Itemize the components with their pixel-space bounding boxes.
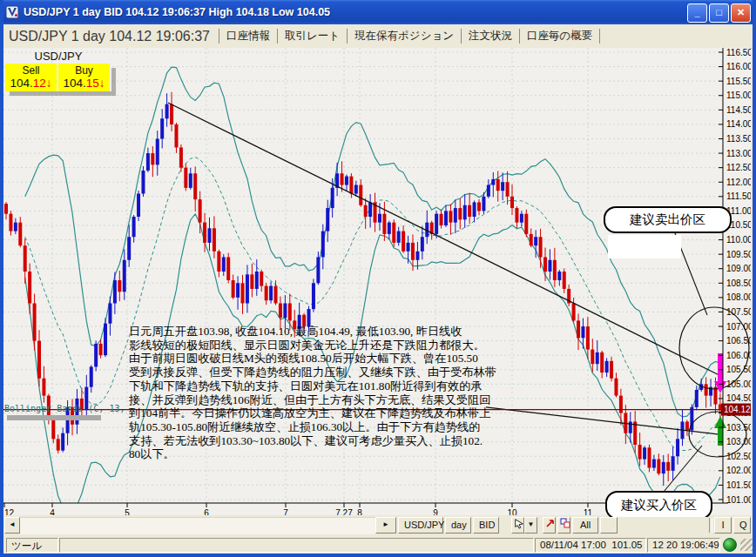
y-tick-label: 103.00 — [726, 437, 751, 446]
candle-body — [288, 304, 292, 321]
all-button[interactable]: All — [572, 517, 598, 534]
candle-body — [368, 202, 372, 217]
sell-label: Sell — [5, 64, 57, 77]
scroll-right-button[interactable]: ► — [375, 517, 396, 534]
candle-body — [563, 272, 566, 289]
candle-body — [226, 257, 230, 280]
candle-body — [94, 344, 98, 367]
tab-3[interactable]: 現在保有ポジション — [347, 29, 461, 44]
red-arrow-icon — [545, 518, 556, 528]
tab-4[interactable]: 注文状況 — [461, 29, 519, 44]
marker-tool-button[interactable] — [543, 517, 556, 534]
current-price-tag-label: 104.12 — [724, 405, 751, 414]
y-tick-label: 110.00 — [726, 235, 751, 245]
candle-body — [265, 286, 268, 301]
candle-body — [415, 252, 419, 260]
candle-body — [382, 214, 386, 234]
buy-zone-callout[interactable]: 建议买入价区 — [605, 491, 712, 520]
candle-body — [132, 217, 136, 237]
sell-price: 104.12↓ — [5, 77, 57, 90]
y-tick-label: 115.50 — [726, 77, 751, 86]
candle-body — [435, 214, 438, 234]
candle-body — [714, 387, 718, 405]
scroll-left-button[interactable]: ◄ — [4, 517, 20, 534]
candle-body — [51, 419, 55, 439]
candle-body — [421, 237, 424, 252]
candle-body — [388, 223, 391, 234]
tab-row: USD/JPY 1 day 104.12 19:06:37 口座情報取引レート現… — [3, 24, 753, 49]
candle-body — [222, 257, 226, 272]
candle-body — [18, 223, 22, 246]
application-window: USD/JPY 1 day BID 104.12 19:06:37 High 1… — [0, 0, 756, 557]
candle-body — [458, 208, 462, 219]
close-button[interactable]: ✕ — [731, 3, 751, 23]
y-tick-label: 114.50 — [726, 105, 751, 115]
candle-body — [189, 173, 192, 188]
candle-body — [676, 439, 679, 456]
resize-grip[interactable] — [740, 539, 753, 551]
x-tick-label: 7 — [283, 508, 288, 515]
x-tick-label: 4 — [50, 508, 55, 515]
minimize-button[interactable]: _ — [687, 3, 707, 23]
y-tick-label: 113.50 — [726, 134, 751, 144]
blank-button[interactable] — [600, 517, 618, 534]
candle-body — [610, 361, 613, 379]
chart-scrollbar-track[interactable] — [20, 517, 375, 534]
y-tick-label: 107.00 — [726, 322, 751, 332]
y-tick-label: 112.50 — [726, 163, 751, 172]
draw-tool-button[interactable] — [511, 517, 524, 534]
candle-body — [90, 366, 93, 386]
candle-body — [473, 202, 476, 217]
sell-zone-callout[interactable]: 建议卖出价区 — [604, 206, 732, 233]
candle-body — [108, 304, 111, 324]
candle-body — [24, 245, 27, 272]
candle-body — [543, 257, 547, 272]
y-tick-label: 107.50 — [726, 307, 751, 317]
y-tick-label: 106.00 — [726, 351, 751, 360]
status-bar: ツール 08/11/04 17:00 101.05 12 20 19:06:49 — [3, 536, 753, 554]
y-tick-label: 105.00 — [726, 379, 751, 389]
candle-body — [123, 260, 126, 292]
y-tick-label: 104.50 — [726, 393, 751, 403]
x-tick-label: 10 — [507, 508, 517, 515]
commentary-line: 影线较短的极短阳线、显示日圆对美金无论上升还是下跌阻力都很大。 — [129, 339, 599, 352]
buy-quote-button[interactable]: Buy 104.15↓ — [58, 64, 110, 91]
tab-2[interactable]: 取引レート — [277, 29, 347, 44]
candle-body — [672, 456, 675, 471]
y-tick-label: 102.00 — [726, 466, 751, 475]
sell-quote-button[interactable]: Sell 104.12↓ — [5, 64, 57, 91]
candle-body — [411, 243, 415, 260]
side-button[interactable]: BID — [473, 517, 499, 534]
y-tick-label: 103.50 — [726, 423, 751, 433]
toolbar-separator — [709, 518, 712, 533]
tile-windows-button[interactable] — [557, 517, 570, 534]
selected-line-highlight — [7, 415, 101, 420]
candle-body — [37, 341, 41, 379]
symbol-button[interactable]: USD/JPY — [398, 517, 443, 534]
candle-body — [61, 433, 64, 451]
quote-window-button[interactable]: Q — [733, 517, 751, 534]
tab-5[interactable]: 口座毎の概要 — [519, 29, 600, 44]
candle-body — [321, 232, 325, 258]
y-tick-label: 116.00 — [726, 62, 751, 71]
x-tick-label: 9 — [433, 508, 438, 515]
candle-body — [207, 228, 211, 243]
window-title: USD/JPY 1 day BID 104.12 19:06:37 High 1… — [24, 6, 330, 18]
fit-vertical-button[interactable]: Ⅰ — [714, 517, 732, 534]
blank-annotation — [608, 235, 681, 258]
commentary-line: 80以下。 — [129, 447, 599, 461]
draw-tool-dropdown[interactable]: ▼ — [524, 517, 537, 534]
period-button[interactable]: day — [445, 517, 471, 534]
x-tick-label: 6 — [204, 508, 209, 515]
tab-1[interactable]: 口座情報 — [219, 29, 277, 44]
quote-symbol: USD/JPY — [5, 50, 111, 63]
commentary-line: 接、并反弹到趋势线106附近、但由于上方有头下方无底、结果又受阻回 — [129, 393, 599, 407]
candle-body — [534, 237, 537, 245]
title-bar[interactable]: USD/JPY 1 day BID 104.12 19:06:37 High 1… — [0, 0, 756, 24]
maximize-button[interactable]: □ — [709, 3, 729, 23]
candle-body — [331, 188, 334, 208]
candle-body — [662, 462, 665, 473]
connection-status-icon — [723, 538, 737, 552]
candle-body — [643, 447, 646, 459]
candle-body — [530, 234, 533, 245]
